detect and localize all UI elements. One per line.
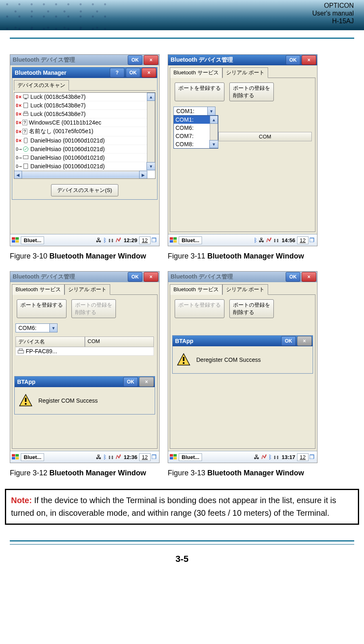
bluetooth-icon[interactable]: ᛒ <box>269 454 272 460</box>
battery-icon[interactable]: 🗲 <box>261 454 267 460</box>
signal-icon[interactable]: ⫾⫾ <box>273 237 279 243</box>
clock[interactable]: 14:56 <box>282 237 295 243</box>
scroll-down-icon[interactable]: ▼ <box>146 162 155 170</box>
unknown-icon: ? <box>22 129 27 134</box>
svg-rect-1 <box>24 98 27 99</box>
dialog-titlebar: BTApp OK × <box>15 377 155 387</box>
outer-title: Bluetooth デバイス管理 <box>13 273 75 281</box>
tab-bt-service[interactable]: Bluetooth サービス <box>12 284 64 295</box>
manual-line: User's manual <box>312 9 354 17</box>
bluetooth-icon[interactable]: ᛒ <box>103 454 107 460</box>
signal-icon[interactable]: ⫾⫾ <box>108 237 114 243</box>
clock[interactable]: 12:36 <box>124 454 137 460</box>
chevron-down-icon[interactable]: ▼ <box>207 107 215 115</box>
tab-serial-port[interactable]: シリアル ポート <box>222 284 269 295</box>
sip-button[interactable]: 12 <box>297 453 309 461</box>
sip-button[interactable]: 12 <box>297 236 309 244</box>
ok-button[interactable]: OK <box>128 272 142 282</box>
ok-button[interactable]: OK <box>123 377 138 387</box>
note-body: If the device to which the Terminal is b… <box>11 496 336 517</box>
unregister-port-button[interactable]: ポートの登録を 削除する <box>229 299 274 318</box>
bluetooth-icon[interactable]: ᛒ <box>254 237 257 243</box>
figure-3-11: Bluetooth デバイス管理 OK × Bluetooth サービス シリア… <box>168 54 317 246</box>
svg-rect-12 <box>16 240 19 243</box>
scroll-up-icon[interactable]: ▲ <box>147 93 155 101</box>
ok-button[interactable]: OK <box>286 55 300 65</box>
chevron-down-icon[interactable]: ▼ <box>49 324 57 332</box>
windows-flag-icon[interactable] <box>12 237 19 243</box>
ok-button[interactable]: OK <box>281 336 296 346</box>
dropdown-scrollbar[interactable]: ▲ ▼ <box>210 116 218 148</box>
clock[interactable]: 13:17 <box>282 454 295 460</box>
scan-button[interactable]: デバイスのスキャン(S) <box>51 184 118 196</box>
close-button[interactable]: × <box>297 336 312 346</box>
close-button[interactable]: × <box>144 272 158 282</box>
ok-button[interactable]: OK <box>128 55 142 65</box>
battery-icon[interactable]: 🗲 <box>115 237 121 243</box>
outer-title: Bluetooth デバイス管理 <box>13 56 75 64</box>
desktop-icon[interactable]: ❐ <box>309 454 315 460</box>
inner-titlebar: Bluetooth Manager ? OK × <box>12 67 157 78</box>
task-button[interactable]: Bluet... <box>21 236 44 244</box>
column-com: COM <box>218 132 312 141</box>
tab-scan[interactable]: デバイスのスキャン <box>14 80 69 91</box>
close-button[interactable]: × <box>302 55 316 65</box>
device-list[interactable]: 0✕Luck (0018c543b8e7) 0✕Luck (0018c543b8… <box>14 92 155 179</box>
horizontal-scrollbar[interactable]: ◀ ▶ <box>14 171 147 178</box>
desktop-icon[interactable]: ❐ <box>151 237 157 243</box>
svg-rect-4 <box>24 111 27 113</box>
signal-icon[interactable]: ⫾⫾ <box>108 454 114 460</box>
register-port-button[interactable]: ポートを登録する <box>175 82 224 101</box>
sync-icon <box>22 146 29 152</box>
ok-button[interactable]: OK <box>286 272 300 282</box>
signal-icon[interactable]: ⫾⫾ <box>273 454 279 460</box>
vertical-scrollbar[interactable]: ▲ ▼ <box>147 93 155 170</box>
tab-serial-port[interactable]: シリアル ポート <box>222 67 269 78</box>
sip-button[interactable]: 12 <box>139 453 151 461</box>
svg-rect-30 <box>173 454 177 457</box>
network-icon[interactable]: 🖧 <box>96 237 102 243</box>
unregister-port-button: ポートの登録を 削除する <box>71 299 116 318</box>
task-button[interactable]: Bluet... <box>179 236 202 244</box>
com-combobox[interactable]: COM6: ▼ <box>16 323 58 332</box>
desktop-icon[interactable]: ❐ <box>309 237 315 243</box>
ok-button[interactable]: OK <box>126 68 140 78</box>
close-button[interactable]: × <box>142 68 156 78</box>
close-button[interactable]: × <box>302 272 316 282</box>
windows-flag-icon[interactable] <box>170 237 177 243</box>
svg-rect-10 <box>16 237 19 240</box>
taskbar: Bluet... ᛒ 🖧 🗲 ⫾⫾ 14:56 12 ❐ <box>168 234 317 246</box>
network-icon[interactable]: 🖧 <box>259 237 264 243</box>
windows-flag-icon[interactable] <box>170 454 177 460</box>
tab-bt-service[interactable]: Bluetooth サービス <box>170 284 222 295</box>
battery-icon[interactable]: 🗲 <box>115 454 121 460</box>
windows-flag-icon[interactable] <box>12 454 19 460</box>
help-button[interactable]: ? <box>110 68 124 78</box>
com-dropdown-list[interactable]: COM1: COM6: COM7: COM8: ▲ ▼ <box>173 115 218 149</box>
dialog-title: BTApp <box>17 379 36 385</box>
network-icon[interactable]: 🖧 <box>96 454 102 460</box>
task-button[interactable]: Bluet... <box>21 453 44 461</box>
battery-icon[interactable]: 🗲 <box>266 237 272 243</box>
bluetooth-icon[interactable]: ᛒ <box>103 237 107 243</box>
list-item: 0⊸DanielHsiao (001060d1021d) <box>14 145 155 154</box>
figure-3-10: Bluetooth デバイス管理 OK × Bluetooth Manager … <box>10 54 160 246</box>
com-combobox[interactable]: COM1: ▼ <box>173 107 215 116</box>
close-button[interactable]: × <box>139 377 154 387</box>
table-row-device: FP-FAC89... <box>26 348 57 354</box>
tab-bt-service[interactable]: Bluetooth サービス <box>170 67 222 78</box>
outer-titlebar: Bluetooth デバイス管理 OK × <box>168 272 317 282</box>
unregister-port-button[interactable]: ポートの登録を 削除する <box>229 82 274 101</box>
outer-titlebar: Bluetooth デバイス管理 OK × <box>168 55 317 65</box>
svg-rect-22 <box>12 454 15 457</box>
figure-3-12: Bluetooth デバイス管理 OK × Bluetooth サービス シリア… <box>10 271 160 463</box>
tab-serial-port[interactable]: シリアル ポート <box>64 284 111 295</box>
register-port-button[interactable]: ポートを登録する <box>17 299 67 318</box>
clock[interactable]: 12:29 <box>124 237 137 243</box>
network-icon[interactable]: 🖧 <box>254 454 260 460</box>
close-button[interactable]: × <box>144 55 158 65</box>
sip-button[interactable]: 12 <box>139 236 151 244</box>
desktop-icon[interactable]: ❐ <box>151 454 157 460</box>
task-button[interactable]: Bluet... <box>179 453 202 461</box>
page-number: 3-5 <box>0 554 364 573</box>
